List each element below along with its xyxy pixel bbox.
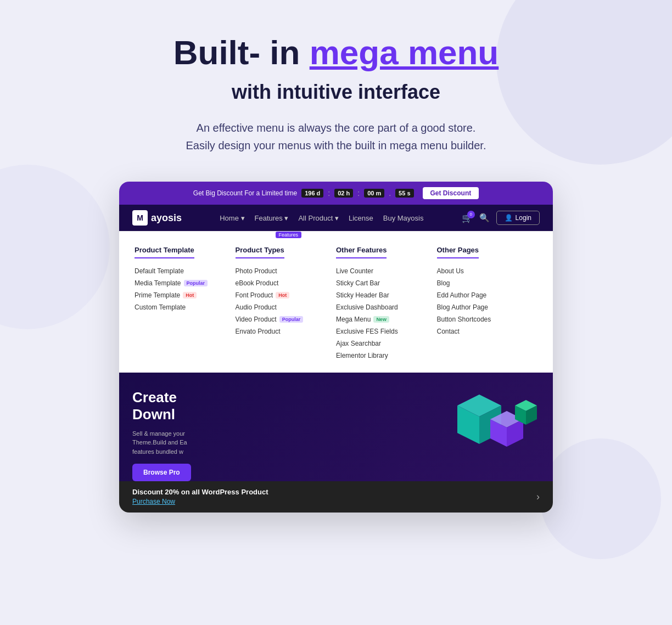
nav-link-all-product[interactable]: All Product ▾ [298, 214, 338, 222]
browser-hero-title-line2: Downl [132, 406, 419, 423]
menu-item[interactable]: Sticky Cart Bar [336, 277, 432, 289]
features-tab-wrap: Features ▾ Features [255, 214, 289, 222]
menu-item[interactable]: Prime TemplateHot [135, 289, 230, 301]
menu-item[interactable]: Font ProductHot [236, 289, 331, 301]
login-label: Login [516, 214, 531, 222]
menu-item[interactable]: Mega MenuNew [336, 313, 432, 325]
sep3: . [389, 189, 391, 198]
browser-hero-title-line1: Create [132, 389, 419, 406]
nav-link-features[interactable]: Features ▾ [255, 214, 289, 222]
sep1: : [328, 189, 330, 198]
menu-column: Other FeaturesLive CounterSticky Cart Ba… [336, 245, 437, 362]
menu-item[interactable]: Ajax Searchbar [336, 337, 432, 350]
discount-text: Discount 20% on all WordPress Product [132, 488, 268, 496]
menu-column-title: Product Types [236, 246, 284, 258]
menu-item[interactable]: Exclusive FES Fields [336, 325, 432, 337]
sep2: : [357, 189, 360, 198]
browser-hero: Create Downl Sell & manage yourTheme.Bui… [119, 373, 553, 481]
menu-item-tag: Popular [184, 280, 208, 286]
search-icon[interactable]: 🔍 [479, 213, 490, 223]
menu-item[interactable]: Contact [437, 325, 533, 337]
browser-window: Get Big Discount For a Limited time 196 … [119, 182, 553, 513]
logo-box: M [132, 210, 148, 226]
nav-link-home[interactable]: Home ▾ [220, 214, 244, 222]
menu-item-tag: Popular [279, 316, 304, 323]
bg-blob-3 [0, 165, 110, 329]
purchase-link[interactable]: Purchase Now [132, 498, 175, 505]
navbar-right: 🛒 0 🔍 👤 Login [462, 211, 540, 225]
menu-item[interactable]: About Us [437, 265, 533, 277]
discount-bar: Discount 20% on all WordPress Product Pu… [119, 481, 553, 513]
browser-hero-desc: Sell & manage yourTheme.Build and Eafeat… [132, 429, 419, 457]
nav-link-buy-mayosis[interactable]: Buy Mayosis [383, 214, 424, 222]
menu-item[interactable]: Video ProductPopular [236, 313, 331, 325]
logo-name: ayosis [151, 212, 182, 224]
menu-item-tag: Hot [183, 292, 197, 299]
menu-item[interactable]: Live Counter [336, 265, 432, 277]
announcement-bar: Get Big Discount For a Limited time 196 … [119, 182, 553, 205]
nav-link-license[interactable]: License [349, 214, 373, 222]
announcement-text: Get Big Discount For a Limited time [193, 189, 297, 197]
get-discount-button[interactable]: Get Discount [423, 187, 479, 199]
menu-column-title: Other Pages [437, 246, 479, 258]
hero-subtitle: with intuitive interface [232, 81, 440, 104]
hero-title-highlight: mega menu [310, 33, 499, 71]
menu-item[interactable]: Elementor Library [336, 350, 432, 362]
menu-item[interactable]: Sticky Header Bar [336, 289, 432, 301]
browser-hero-illustration [430, 389, 540, 455]
menu-item-tag: Hot [276, 292, 289, 299]
timer-seconds: 55 s [395, 189, 413, 198]
navbar-logo: M ayosis [132, 210, 182, 226]
menu-item[interactable]: Edd Author Page [437, 289, 533, 301]
bg-blob-2 [540, 438, 661, 559]
cart-badge: 0 [467, 211, 475, 218]
hero-description: An effective menu is always the core par… [186, 119, 486, 154]
logo-letter: M [137, 213, 143, 222]
discount-bar-content: Discount 20% on all WordPress Product Pu… [132, 488, 268, 506]
menu-column: Product TemplateDefault TemplateMedia Te… [135, 245, 236, 362]
navbar: M ayosis Home ▾ Features ▾ Features All … [119, 205, 553, 231]
menu-item-tag: New [373, 316, 389, 323]
bg-blob-1 [496, 0, 672, 165]
timer-days: 196 d [301, 189, 323, 198]
menu-item[interactable]: Audio Product [236, 301, 331, 313]
menu-item[interactable]: Blog Author Page [437, 301, 533, 313]
mega-menu: Product TemplateDefault TemplateMedia Te… [119, 231, 553, 373]
login-button[interactable]: 👤 Login [496, 211, 540, 225]
menu-item[interactable]: Blog [437, 277, 533, 289]
menu-column: Product TypesPhoto ProducteBook ProductF… [236, 245, 337, 362]
menu-item[interactable]: eBook Product [236, 277, 331, 289]
browser-hero-title: Create Downl [132, 389, 419, 423]
menu-column-title: Other Features [336, 246, 387, 258]
menu-item[interactable]: Custom Template [135, 301, 230, 313]
navbar-links: Home ▾ Features ▾ Features All Product ▾… [220, 214, 423, 222]
timer-hours: 02 h [334, 189, 353, 198]
illustration-svg [430, 389, 540, 455]
menu-item[interactable]: Photo Product [236, 265, 331, 277]
menu-item[interactable]: Default Template [135, 265, 230, 277]
cart-icon-wrap[interactable]: 🛒 0 [462, 213, 473, 223]
menu-column-title: Product Template [135, 246, 194, 258]
features-label: Features [276, 232, 302, 238]
hero-title: Built- in mega menu [173, 33, 499, 72]
menu-column: Other PagesAbout UsBlogEdd Author PageBl… [437, 245, 538, 362]
user-icon: 👤 [505, 214, 513, 222]
menu-item[interactable]: Button Shortcodes [437, 313, 533, 325]
browse-products-button[interactable]: Browse Pro [132, 464, 191, 481]
menu-item[interactable]: Exclusive Dashboard [336, 301, 432, 313]
timer-minutes: 00 m [364, 189, 384, 198]
menu-item[interactable]: Media TemplatePopular [135, 277, 230, 289]
menu-item[interactable]: Envato Product [236, 325, 331, 337]
browser-hero-text: Create Downl Sell & manage yourTheme.Bui… [132, 389, 419, 481]
hero-title-part1: Built- in [173, 33, 310, 71]
right-arrow-icon: › [536, 491, 540, 503]
